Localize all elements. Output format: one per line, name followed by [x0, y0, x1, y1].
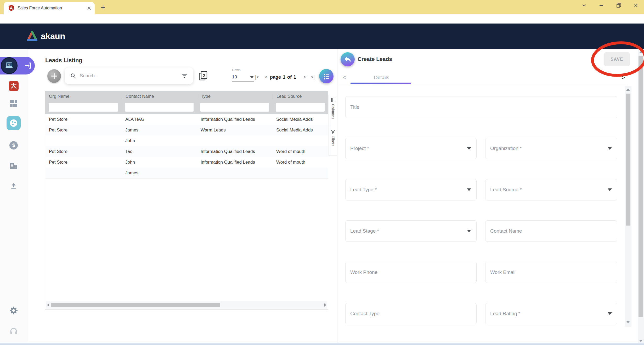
akaun-logo[interactable]: akaun: [26, 24, 65, 49]
sidebar-item-organization[interactable]: [9, 162, 18, 170]
table-row[interactable]: James: [45, 168, 328, 179]
new-tab-button[interactable]: [99, 3, 107, 12]
project-select[interactable]: Project *: [345, 138, 477, 159]
contact-name-field[interactable]: Contact Name: [485, 220, 617, 242]
tab-close-icon[interactable]: [87, 6, 91, 10]
sidebar-item-sfa-active[interactable]: [0, 57, 35, 74]
lead-source-filter-input[interactable]: [276, 103, 325, 112]
window-close-icon[interactable]: [632, 2, 640, 9]
lead-rating-select[interactable]: Lead Rating *: [485, 303, 617, 324]
table-row[interactable]: John: [45, 135, 328, 146]
save-button[interactable]: SAVE: [604, 52, 630, 66]
column-header-contact-name[interactable]: Contact Name: [122, 94, 197, 99]
back-button[interactable]: [341, 52, 355, 66]
column-header-org-name[interactable]: Org Name: [45, 94, 122, 99]
filters-side-tab[interactable]: Filters: [329, 127, 337, 156]
akaun-triangle-icon: [26, 31, 38, 42]
plus-icon: [51, 73, 58, 79]
window-chevron-icon[interactable]: [580, 2, 588, 9]
contact-name-filter-input[interactable]: [125, 103, 194, 112]
rows-value: 10: [232, 74, 237, 80]
table-row[interactable]: Pet Store John Information Qualified Lea…: [45, 157, 328, 168]
chevron-down-icon: [467, 147, 471, 150]
columns-side-tab[interactable]: Columns: [329, 95, 337, 127]
contact-type-field[interactable]: Contact Type: [345, 303, 477, 324]
page-scrollbar-thumb[interactable]: [639, 56, 643, 317]
table-row[interactable]: Pet Store Tao Information Qualified Lead…: [45, 146, 328, 157]
applets-icon: [9, 119, 18, 128]
chevron-down-icon: [467, 188, 471, 191]
organization-icon: [9, 162, 18, 170]
sidebar-item-cn-app[interactable]: [9, 81, 19, 91]
scroll-right-icon[interactable]: [324, 303, 326, 307]
scroll-down-icon[interactable]: [626, 321, 630, 323]
column-header-type[interactable]: Type: [197, 94, 273, 99]
browser-toolbar: akaun.cloud/#/applets/akaun/sfa/leads Aa…: [0, 14, 644, 24]
tab-scroll-right[interactable]: >: [622, 74, 625, 81]
settings-gear-icon: [9, 306, 18, 315]
rows-per-page-select[interactable]: 10: [232, 73, 254, 82]
dashboard-icon: [9, 99, 18, 108]
search-box[interactable]: [65, 67, 193, 84]
reply-arrow-icon: [344, 56, 351, 62]
type-filter-input[interactable]: [200, 103, 269, 112]
window-restore-icon[interactable]: [615, 2, 623, 9]
scroll-up-icon[interactable]: [626, 88, 630, 91]
column-header-lead-source[interactable]: Lead Source: [273, 94, 328, 99]
brand-text: akaun: [41, 31, 65, 41]
columns-icon: [331, 97, 335, 102]
prev-page-button[interactable]: <: [265, 73, 268, 81]
sidebar-item-dashboard[interactable]: [9, 99, 18, 108]
lead-source-select[interactable]: Lead Source *: [485, 179, 617, 200]
search-input[interactable]: [79, 73, 181, 79]
table-row[interactable]: Pet Store James Warm Leads Social Media …: [45, 125, 328, 136]
table-row[interactable]: Pet Store ALA HAG Information Qualified …: [45, 114, 328, 125]
page-scrollbar[interactable]: [638, 49, 644, 345]
sidebar-item-settings[interactable]: [9, 306, 18, 315]
chevron-down-icon: [608, 312, 612, 315]
upload-icon: [10, 182, 18, 190]
sfa-app-icon: [1, 57, 18, 74]
lead-stage-select[interactable]: Lead Stage *: [345, 220, 477, 242]
window-minimize-icon[interactable]: [597, 2, 605, 9]
scroll-left-icon[interactable]: [47, 303, 49, 307]
search-icon: [70, 73, 76, 79]
duplicate-view-icon[interactable]: 2: [198, 71, 208, 81]
work-email-field[interactable]: Work Email: [485, 262, 617, 283]
support-headset-icon: [9, 327, 18, 335]
work-phone-field[interactable]: Work Phone: [345, 262, 477, 283]
sidebar-item-applets[interactable]: [7, 116, 21, 130]
last-page-button[interactable]: >|: [310, 73, 315, 81]
org-name-filter-input[interactable]: [49, 103, 118, 112]
list-view-button[interactable]: [319, 69, 334, 83]
filter-list-icon[interactable]: [181, 73, 188, 79]
browser-tab[interactable]: Sales Force Automation: [4, 2, 95, 14]
organization-select[interactable]: Organization *: [485, 138, 617, 159]
horizontal-scrollbar-thumb[interactable]: [51, 303, 220, 307]
lead-type-select[interactable]: Lead Type *: [345, 179, 477, 200]
sidebar-item-upload[interactable]: [10, 182, 18, 190]
billing-dollar-icon: $: [12, 142, 15, 148]
horizontal-scrollbar[interactable]: [46, 301, 327, 309]
form-scrollbar-thumb[interactable]: [626, 94, 630, 226]
title-field[interactable]: Title: [345, 96, 617, 118]
chevron-down-icon: [608, 147, 612, 150]
leads-listing-panel: Leads Listing 2 Rows 10 |< < page 1 of 1…: [28, 49, 337, 345]
add-lead-button[interactable]: [47, 69, 61, 83]
tab-details[interactable]: Details: [374, 75, 389, 80]
chevron-down-icon: [250, 76, 254, 78]
filter-funnel-icon: [331, 130, 335, 134]
cn-app-icon: [10, 83, 17, 89]
next-page-button[interactable]: >: [303, 73, 306, 81]
sidebar-item-support[interactable]: [9, 327, 18, 335]
scroll-down-icon[interactable]: [639, 340, 643, 342]
create-leads-panel: Create Leads SAVE < Details > Title Proj…: [337, 49, 638, 345]
page-title: Leads Listing: [45, 57, 82, 64]
form-scrollbar[interactable]: [625, 86, 631, 327]
scroll-up-icon[interactable]: [639, 51, 643, 53]
first-page-button[interactable]: |<: [255, 73, 259, 81]
sidebar: [0, 49, 28, 345]
tab-scroll-left[interactable]: <: [343, 74, 346, 80]
column-filter-row: [45, 103, 328, 112]
sidebar-item-billing[interactable]: $: [9, 141, 18, 150]
